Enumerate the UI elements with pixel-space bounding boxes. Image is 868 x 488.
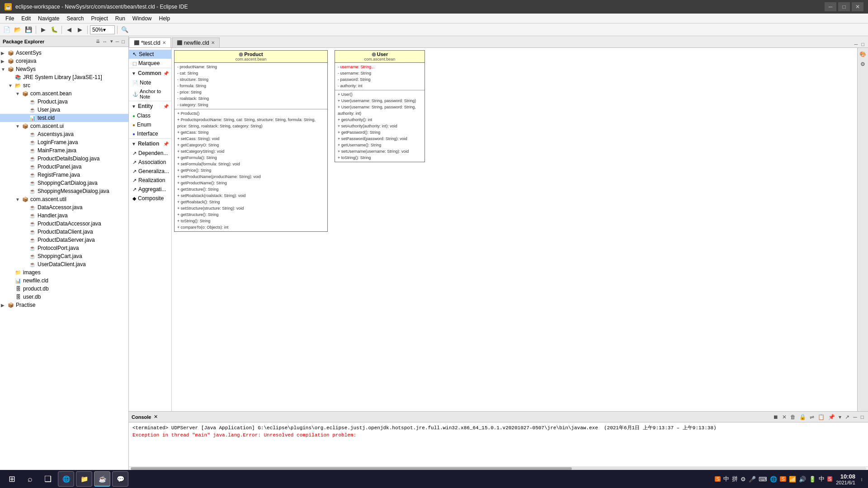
back-button[interactable]: ◀: [64, 25, 74, 35]
console-remove-btn[interactable]: ✕: [781, 413, 788, 421]
chinese-input-icon[interactable]: 中: [723, 475, 729, 483]
view-menu-button[interactable]: ▾: [109, 38, 114, 45]
tree-item-productdataclient-java[interactable]: ☕ProductDataClient.java: [0, 228, 128, 236]
console-scroll-lock-btn[interactable]: 🔒: [798, 413, 807, 421]
tree-item-images[interactable]: 📁images: [0, 268, 128, 277]
run-button[interactable]: ▶: [38, 25, 48, 35]
tree-item-productdataserver-java[interactable]: ☕ProductDataServer.java: [0, 236, 128, 244]
show-desktop-btn[interactable]: |: [859, 471, 864, 487]
sougou-icon-3[interactable]: S: [827, 476, 832, 482]
entity-pin-icon[interactable]: 📌: [163, 104, 169, 109]
properties-btn[interactable]: ⚙: [859, 60, 868, 69]
taskbar-wechat-btn[interactable]: 💬: [112, 471, 128, 487]
menu-item-edit[interactable]: Edit: [18, 14, 34, 23]
zoom-dropdown-icon[interactable]: ▾: [103, 27, 106, 33]
tree-item-com-ascent-ui[interactable]: ▼📦com.ascent.ui: [0, 122, 128, 130]
console-horizontal-scrollbar[interactable]: [131, 467, 866, 470]
console-terminate-btn[interactable]: ⏹: [772, 413, 780, 421]
console-scroll-area[interactable]: [129, 466, 868, 470]
console-minimize-btn[interactable]: ─: [852, 413, 859, 421]
menu-item-navigate[interactable]: Navigate: [34, 14, 63, 23]
pinyin-icon[interactable]: 拼: [732, 475, 738, 483]
palette-section-relation[interactable]: ▼ Relation 📌: [129, 138, 171, 149]
tree-item-jre[interactable]: 📚JRE System Library [JavaSE-11]: [0, 73, 128, 81]
menu-item-search[interactable]: Search: [63, 14, 87, 23]
palette-marquee[interactable]: ⬚ Marquee: [129, 59, 171, 68]
tree-item-com-ascent-bean[interactable]: ▼📦com.ascent.bean: [0, 89, 128, 98]
palette-note[interactable]: 📄 Note: [129, 78, 171, 87]
console-tab-x[interactable]: ✕: [154, 414, 158, 420]
palette-association[interactable]: ↗ Association: [129, 158, 171, 167]
search-taskbar-button[interactable]: ⌕: [22, 471, 38, 487]
palette-dependency[interactable]: ↗ Dependen...: [129, 149, 171, 158]
mic-icon[interactable]: 🎤: [749, 476, 756, 483]
palette-anchor-to-note[interactable]: ⚓ Anchor toNote: [129, 87, 171, 101]
forward-button[interactable]: ▶: [75, 25, 85, 35]
taskbar-edge-btn[interactable]: 🌐: [58, 471, 74, 487]
taskbar-explorer-btn[interactable]: 📁: [76, 471, 92, 487]
settings-tray-icon[interactable]: ⚙: [741, 476, 746, 483]
tree-item-shoppingmsg-java[interactable]: ☕ShoppingMessageDialog.java: [0, 187, 128, 195]
network-icon[interactable]: 📶: [789, 476, 796, 483]
taskbar-clock[interactable]: 10:08 2021/6/1: [836, 473, 855, 485]
diagram-canvas[interactable]: ⬤ Product com.ascent.bean - productName:…: [172, 48, 857, 411]
palette-interface[interactable]: ● Interface: [129, 129, 171, 138]
common-pin-icon[interactable]: 📌: [163, 71, 169, 76]
menu-item-run[interactable]: Run: [112, 14, 129, 23]
tree-item-user-java[interactable]: ☕User.java: [0, 106, 128, 114]
palette-section-entity[interactable]: ▼ Entity 📌: [129, 101, 171, 111]
tree-item-productpanel-java[interactable]: ☕ProductPanel.java: [0, 163, 128, 171]
minimize-button[interactable]: ─: [825, 2, 836, 11]
tree-item-shoppingcart-java[interactable]: ☕ShoppingCartDialog.java: [0, 179, 128, 187]
palette-generalization[interactable]: ↗ Generaliza...: [129, 167, 171, 176]
menu-item-project[interactable]: Project: [87, 14, 111, 23]
editor-minimize-btn[interactable]: ─: [854, 41, 859, 47]
link-editor-button[interactable]: ↔: [102, 38, 108, 45]
maximize-button[interactable]: □: [838, 2, 850, 11]
collapse-all-button[interactable]: ⇊: [95, 38, 101, 45]
zh-toggle[interactable]: 中: [819, 475, 825, 483]
palette-toggle-btn[interactable]: 🎨: [859, 50, 868, 59]
tree-item-user-db[interactable]: 🗄user.db: [0, 293, 128, 301]
menu-item-help[interactable]: Help: [156, 14, 174, 23]
new-button[interactable]: 📄: [2, 25, 12, 35]
tree-item-productdetails-java[interactable]: ☕ProductDetailsDialog.java: [0, 155, 128, 163]
save-button[interactable]: 💾: [24, 25, 33, 35]
minimize-panel-button[interactable]: ─: [115, 38, 120, 45]
battery-icon[interactable]: 🔋: [809, 476, 816, 483]
task-view-button[interactable]: ❑: [40, 471, 56, 487]
console-maximize-btn[interactable]: □: [859, 413, 865, 421]
tree-item-practise[interactable]: ▶📦Practise: [0, 301, 128, 309]
tree-item-registframe-java[interactable]: ☕RegistFrame.java: [0, 171, 128, 179]
tree-item-test-cld[interactable]: 📊test.cld: [0, 114, 128, 122]
console-dropdown-btn[interactable]: ▾: [837, 413, 843, 421]
palette-aggregation[interactable]: ↗ Aggregati...: [129, 185, 171, 194]
console-word-wrap-btn[interactable]: ⇌: [808, 413, 816, 421]
console-copy-btn[interactable]: 📋: [816, 413, 826, 421]
maximize-panel-button[interactable]: □: [121, 38, 126, 45]
tree-item-handler-java[interactable]: ☕Handler.java: [0, 211, 128, 220]
uml-class-user[interactable]: ⬤ User com.ascent.bean - username: Strin…: [335, 50, 425, 162]
editor-maximize-btn[interactable]: □: [860, 41, 865, 47]
tree-item-dataaccessor-java[interactable]: ☕DataAccessor.java: [0, 203, 128, 211]
menu-item-file[interactable]: File: [2, 14, 18, 23]
relation-pin-icon[interactable]: 📌: [163, 141, 169, 146]
tree-item-corejava[interactable]: ▶📦corejava: [0, 57, 128, 65]
open-button[interactable]: 📂: [13, 25, 23, 35]
console-pin-btn[interactable]: 📌: [827, 413, 836, 421]
keyboard-icon[interactable]: ⌨: [759, 476, 767, 483]
tree-item-ascentsys-java[interactable]: ☕Ascentsys.java: [0, 130, 128, 138]
tree-item-ascentsys[interactable]: ▶📦AscentSys: [0, 49, 128, 57]
console-open-btn[interactable]: ↗: [844, 413, 851, 421]
tree-item-product-db[interactable]: 🗄product.db: [0, 285, 128, 293]
tree-item-userdataclient-java[interactable]: ☕UserDataClient.java: [0, 260, 128, 268]
search-button[interactable]: 🔍: [120, 25, 130, 35]
start-button[interactable]: ⊞: [4, 471, 20, 487]
menu-item-window[interactable]: Window: [129, 14, 156, 23]
sougou-icon-2[interactable]: S: [780, 476, 786, 482]
tree-item-product-java[interactable]: ☕Product.java: [0, 98, 128, 106]
console-clear-btn[interactable]: 🗑: [789, 413, 797, 421]
tree-item-newsys[interactable]: ▼📦NewSys: [0, 65, 128, 73]
tree-item-newfile-cld[interactable]: 📊newfile.cld: [0, 277, 128, 285]
tab-test-cld[interactable]: ⬛ *test.cld ✕: [129, 38, 171, 47]
